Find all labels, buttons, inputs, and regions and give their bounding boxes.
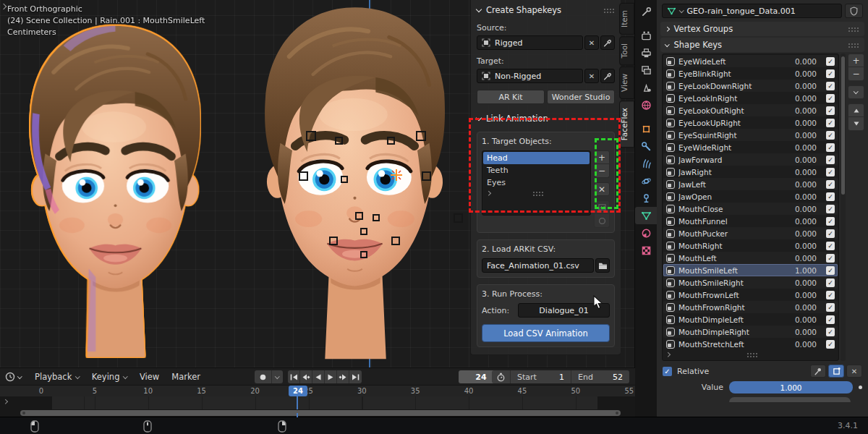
panel-grip-icon[interactable] (848, 43, 859, 48)
shapekey-row-mouthfunnel[interactable]: MouthFunnel 0.000 ✓ (663, 215, 838, 227)
shapekey-value-slider[interactable]: 1.000 (729, 381, 853, 393)
load-csv-animation-button[interactable]: Load CSV Animation (482, 324, 610, 342)
shapekey-enable-checkbox[interactable]: ✓ (826, 106, 835, 115)
shapekey-value[interactable]: 0.000 (783, 278, 817, 287)
shapekey-row-jawopen[interactable]: JawOpen 0.000 ✓ (663, 190, 838, 203)
shapekey-value[interactable]: 0.000 (783, 192, 817, 201)
shapekey-enable-checkbox[interactable]: ✓ (826, 156, 835, 164)
tab-tool-icon[interactable] (635, 3, 657, 20)
channel-expand-icon[interactable] (3, 399, 7, 404)
shapekey-enable-checkbox[interactable]: ✓ (826, 278, 835, 287)
shapekey-value[interactable]: 0.000 (783, 180, 817, 189)
character-head-selected[interactable] (30, 26, 200, 357)
shapekey-row-eyelookoutright[interactable]: EyeLookOutRight 0.000 ✓ (663, 104, 838, 116)
relative-checkbox[interactable]: ✓ (663, 367, 672, 376)
shapekey-value[interactable]: 0.000 (783, 303, 817, 312)
shapekey-row-mouthclose[interactable]: MouthClose 0.000 ✓ (663, 203, 838, 215)
shapekey-row-mouthsmileright[interactable]: MouthSmileRight 0.000 ✓ (663, 276, 838, 289)
tab-material-icon[interactable] (635, 224, 657, 242)
tab-object-data-icon[interactable] (635, 207, 657, 224)
shapekey-enable-checkbox[interactable]: ✓ (826, 254, 835, 263)
shapekey-value[interactable]: 0.000 (783, 340, 817, 349)
shapekey-row-jawleft[interactable]: JawLeft 0.000 ✓ (663, 178, 838, 190)
source-clear-button[interactable]: ✕ (584, 35, 599, 50)
shapekey-enable-checkbox[interactable]: ✓ (826, 303, 835, 312)
shapekey-enable-checkbox[interactable]: ✓ (826, 82, 835, 90)
shapekey-enable-checkbox[interactable]: ✓ (826, 192, 835, 201)
chevron-down-icon[interactable] (679, 8, 684, 12)
shapekey-enable-checkbox[interactable]: ✓ (826, 340, 835, 349)
shapekey-row-jawright[interactable]: JawRight 0.000 ✓ (663, 166, 838, 178)
shapekey-row-eyelookupright[interactable]: EyeLookUpRight 0.000 ✓ (663, 116, 838, 129)
selected-empty-marker[interactable] (391, 169, 402, 181)
remove-shapekey-button[interactable]: − (848, 67, 864, 81)
shapekey-row-mouthfrownleft[interactable]: MouthFrownLeft 0.000 ✓ (663, 289, 838, 301)
source-object-field[interactable]: Rigged (477, 35, 583, 50)
3d-viewport[interactable]: Front Orthographic (24) Scene Collection… (0, 0, 635, 367)
next-keyframe-button[interactable] (337, 370, 349, 383)
panel-grip-icon[interactable] (603, 8, 615, 13)
shapekey-row-mouthleft[interactable]: MouthLeft 0.000 ✓ (663, 252, 838, 264)
source-eyedropper-button[interactable] (600, 35, 615, 50)
list-grip-icon[interactable] (746, 352, 758, 357)
shapekey-value[interactable]: 0.000 (783, 131, 817, 140)
shapekey-enable-checkbox[interactable]: ✓ (826, 143, 835, 152)
filter-expand-icon[interactable] (665, 352, 670, 357)
shapekey-value[interactable]: 0.000 (783, 315, 817, 324)
sidebar-tab-view[interactable]: View (619, 67, 634, 99)
datablock-name-field[interactable]: GEO-rain_tongue_Data.001 (662, 4, 842, 18)
shapekey-enable-checkbox[interactable]: ✓ (826, 69, 835, 78)
shapekey-row-mouthdimpleleft[interactable]: MouthDimpleLeft 0.000 ✓ (663, 313, 838, 326)
tab-view-layer-icon[interactable] (635, 61, 657, 79)
shapekey-enable-checkbox[interactable]: ✓ (826, 205, 835, 213)
shapekeys-scrollbar[interactable] (841, 54, 846, 361)
create-shapekeys-header[interactable]: Create Shapekeys (477, 4, 615, 17)
shapekey-row-mouthdimpleright[interactable]: MouthDimpleRight 0.000 ✓ (663, 326, 838, 338)
shapekey-enable-checkbox[interactable]: ✓ (826, 217, 835, 226)
shapekey-value[interactable]: 0.000 (783, 328, 817, 336)
shapekey-row-jawforward[interactable]: JawForward 0.000 ✓ (663, 153, 838, 166)
shapekey-enable-checkbox[interactable]: ✓ (826, 315, 835, 324)
shapekey-value[interactable]: 0.000 (783, 254, 817, 263)
shapekey-row-eyelookdownright[interactable]: EyeLookDownRight 0.000 ✓ (663, 80, 838, 92)
tab-particles-icon[interactable] (635, 155, 657, 172)
timeline-menu-marker[interactable]: Marker (171, 372, 200, 382)
shapekey-enable-checkbox[interactable]: ✓ (826, 242, 835, 250)
timeline-menu-keying[interactable]: Keying (92, 372, 127, 382)
shapekey-enable-checkbox[interactable]: ✓ (826, 168, 835, 176)
frame-end-field[interactable]: End52 (571, 370, 629, 383)
shapekey-enable-checkbox[interactable]: ✓ (826, 94, 835, 103)
shapekey-row-eyeblinkright[interactable]: EyeBlinkRight 0.000 ✓ (663, 67, 838, 80)
shapekey-enable-checkbox[interactable]: ✓ (826, 131, 835, 140)
shapekey-row-eyewideright[interactable]: EyeWideRight 0.000 ✓ (663, 141, 838, 153)
tab-texture-icon[interactable] (635, 242, 657, 259)
shapekey-value[interactable]: 0.000 (783, 106, 817, 115)
jump-to-end-button[interactable] (349, 370, 362, 383)
move-shapekey-up-button[interactable] (848, 103, 864, 117)
fake-user-button[interactable] (845, 4, 863, 18)
shapekey-value[interactable]: 0.000 (783, 119, 817, 127)
panel-grip-icon[interactable] (848, 27, 859, 32)
play-reverse-button[interactable] (312, 370, 325, 383)
shapekey-value[interactable]: 0.000 (783, 94, 817, 103)
shapekey-row-mouthpucker[interactable]: MouthPucker 0.000 ✓ (663, 227, 838, 239)
auto-keying-button[interactable] (255, 370, 272, 383)
target-object-field[interactable]: Non-Rigged (477, 69, 583, 83)
playhead-line[interactable] (297, 396, 298, 409)
shapekey-row-eyesquintright[interactable]: EyeSquintRight 0.000 ✓ (663, 129, 838, 141)
target-eyedropper-button[interactable] (600, 69, 615, 83)
shapekey-value[interactable]: 0.000 (783, 217, 817, 226)
wonder-studio-button[interactable]: Wonder Studio (547, 90, 615, 104)
shape-keys-panel-header[interactable]: Shape Keys (660, 38, 864, 52)
shapekey-row-mouthsmileleft[interactable]: MouthSmileLeft 1.000 ✓ (663, 264, 838, 276)
tab-render-icon[interactable] (635, 27, 657, 44)
tab-modifiers-icon[interactable] (635, 137, 657, 155)
sidebar-tab-faceflex[interactable]: FaceFlex (619, 101, 634, 148)
shapekey-row-mouthfrownright[interactable]: MouthFrownRight 0.000 ✓ (663, 301, 838, 313)
pin-button[interactable] (810, 365, 826, 378)
add-shapekey-button[interactable]: + (848, 54, 864, 67)
shapekey-enable-checkbox[interactable]: ✓ (826, 119, 835, 127)
shapekey-value[interactable]: 0.000 (783, 82, 817, 90)
shapekey-value[interactable]: 0.000 (783, 229, 817, 238)
tab-world-icon[interactable] (635, 96, 657, 114)
